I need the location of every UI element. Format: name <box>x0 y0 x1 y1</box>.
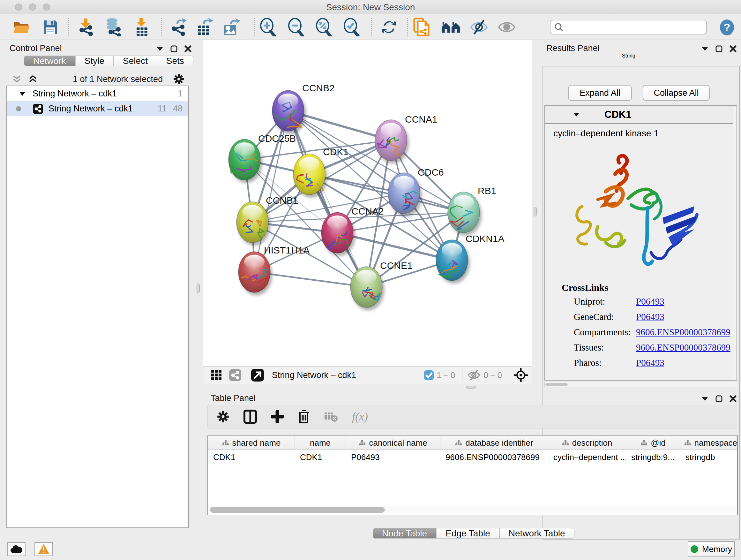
column-header-canonical-name[interactable]: canonical name <box>346 436 441 449</box>
delete-column-trash-icon[interactable] <box>298 410 310 424</box>
table-row[interactable]: CDK1 CDK1 P06493 9606.ENSP00000378699 cy… <box>208 450 737 464</box>
results-vertical-scrollbar[interactable] <box>733 107 737 379</box>
birds-eye-view-icon[interactable] <box>514 368 528 382</box>
search-box[interactable] <box>550 20 707 35</box>
float-panel-icon[interactable] <box>171 45 178 52</box>
cell-id[interactable]: stringdb:9... <box>626 450 680 464</box>
float-panel-icon[interactable] <box>716 395 723 402</box>
create-column-plus-icon[interactable] <box>271 410 284 423</box>
network-canvas[interactable]: CCNB2CCNA1CDC25BCDK1CDC6RB1CCNB1CCNA2CDK… <box>203 40 532 366</box>
tab-network-table[interactable]: Network Table <box>499 528 575 539</box>
network-graph[interactable]: CCNB2CCNA1CDC25BCDK1CDC6RB1CCNB1CCNA2CDK… <box>203 40 532 366</box>
expand-all-networks-icon[interactable] <box>28 75 38 83</box>
protein-node-cdc25b[interactable] <box>228 139 260 180</box>
function-builder-button[interactable]: f(x) <box>352 410 368 423</box>
bottom-splitter-handle[interactable] <box>466 386 476 389</box>
close-panel-icon[interactable] <box>730 395 737 402</box>
protein-node-ccnb1[interactable] <box>237 202 268 243</box>
column-header-namespace[interactable]: namespace <box>680 436 737 449</box>
scrollbar-thumb[interactable] <box>545 383 568 386</box>
protein-node-hist1h1a[interactable] <box>239 252 270 293</box>
import-network-from-database-button[interactable] <box>103 17 123 37</box>
column-header-name[interactable]: name <box>295 436 346 449</box>
scrollbar-thumb[interactable] <box>210 507 385 513</box>
collapse-all-networks-icon[interactable] <box>12 75 22 83</box>
expand-all-button[interactable]: Expand All <box>568 85 632 101</box>
column-header-description[interactable]: description <box>548 436 626 449</box>
help-button[interactable]: ? <box>719 19 735 37</box>
network-collection-row[interactable]: String Network – cdk1 1 <box>7 86 188 101</box>
panel-menu-icon[interactable] <box>156 47 163 51</box>
collapse-all-button[interactable]: Collapse All <box>643 85 710 101</box>
import-table-button[interactable] <box>132 17 152 37</box>
tab-string[interactable]: String <box>622 53 635 59</box>
panel-menu-icon[interactable] <box>701 396 709 401</box>
table-horizontal-scrollbar[interactable] <box>209 506 736 513</box>
protein-node-cdc6[interactable] <box>388 173 420 213</box>
cell-name[interactable]: CDK1 <box>295 450 346 464</box>
crosslink-link[interactable]: 9606.ENSP00000378699 <box>636 327 731 337</box>
column-header-database-identifier[interactable]: database identifier <box>441 436 548 449</box>
protein-node-ccne1[interactable] <box>350 266 382 307</box>
save-session-button[interactable] <box>41 17 60 37</box>
cell-description[interactable]: cyclin–dependent ... <box>548 450 626 464</box>
tab-style[interactable]: Style <box>75 56 114 66</box>
import-network-button[interactable] <box>76 17 96 37</box>
network-overview-button[interactable] <box>441 17 461 37</box>
close-panel-icon[interactable] <box>730 45 737 52</box>
open-session-button[interactable] <box>12 17 31 37</box>
tab-edge-table[interactable]: Edge Table <box>436 528 499 539</box>
protein-card-header[interactable]: CDK1 <box>545 106 737 124</box>
cell-shared-name[interactable]: CDK1 <box>208 450 295 464</box>
column-header-shared-name[interactable]: shared name <box>208 436 295 449</box>
tab-network[interactable]: Network <box>24 56 75 66</box>
zoom-in-button[interactable] <box>258 17 278 37</box>
tab-sets[interactable]: Sets <box>157 56 193 66</box>
right-splitter-handle[interactable] <box>534 207 537 216</box>
close-panel-icon[interactable] <box>185 45 192 52</box>
left-splitter-handle[interactable] <box>197 284 200 293</box>
grid-view-icon[interactable] <box>210 369 222 381</box>
tree-expand-icon[interactable] <box>19 91 25 96</box>
cell-namespace[interactable]: stringdb <box>680 450 737 464</box>
selected-checkbox-icon[interactable] <box>424 370 434 380</box>
memory-button[interactable]: Memory <box>688 541 735 557</box>
crosslink-link[interactable]: P06493 <box>636 296 664 307</box>
cell-canonical-name[interactable]: P06493 <box>346 450 441 464</box>
search-input[interactable] <box>563 22 697 32</box>
protein-node-cdkn1a[interactable] <box>436 240 468 281</box>
results-horizontal-scrollbar[interactable] <box>544 382 737 387</box>
network-row[interactable]: String Network – cdk1 11 48 <box>7 101 188 116</box>
table-options-gear-icon[interactable] <box>217 410 229 423</box>
column-header-id[interactable]: @id <box>626 436 680 449</box>
export-network-button[interactable] <box>169 17 188 37</box>
network-options-gear-icon[interactable] <box>173 73 185 85</box>
zoom-selected-button[interactable] <box>341 17 361 37</box>
zoom-fit-button[interactable] <box>314 17 333 37</box>
tab-select[interactable]: Select <box>114 56 157 66</box>
show-panel-button[interactable] <box>497 17 517 37</box>
refresh-view-button[interactable] <box>379 17 399 37</box>
cell-database-identifier[interactable]: 9606.ENSP00000378699 <box>441 450 548 464</box>
warnings-button[interactable] <box>35 542 53 556</box>
tab-node-table[interactable]: Node Table <box>373 528 436 539</box>
crosslink-link[interactable]: P06493 <box>636 312 664 322</box>
export-image-button[interactable] <box>221 17 241 37</box>
crosslink-link[interactable]: P06493 <box>636 358 664 368</box>
protein-node-cdk1[interactable] <box>293 154 325 195</box>
zoom-out-button[interactable] <box>286 17 306 37</box>
protein-node-rb1[interactable] <box>448 192 480 233</box>
detach-view-icon[interactable] <box>251 368 264 382</box>
network-view-icon[interactable] <box>229 369 242 381</box>
delete-table-icon[interactable] <box>324 411 338 422</box>
protein-node-ccnb2[interactable] <box>272 90 304 131</box>
protein-node-ccna2[interactable] <box>321 212 353 253</box>
clone-network-button[interactable] <box>412 17 431 37</box>
show-columns-icon[interactable] <box>244 410 257 424</box>
float-panel-icon[interactable] <box>716 45 723 52</box>
cloud-status-button[interactable] <box>7 542 25 556</box>
collapse-section-icon[interactable] <box>573 112 580 117</box>
crosslink-link[interactable]: 9606.ENSP00000378699 <box>636 342 731 353</box>
protein-node-ccna1[interactable] <box>375 120 407 161</box>
export-table-button[interactable] <box>195 17 214 37</box>
